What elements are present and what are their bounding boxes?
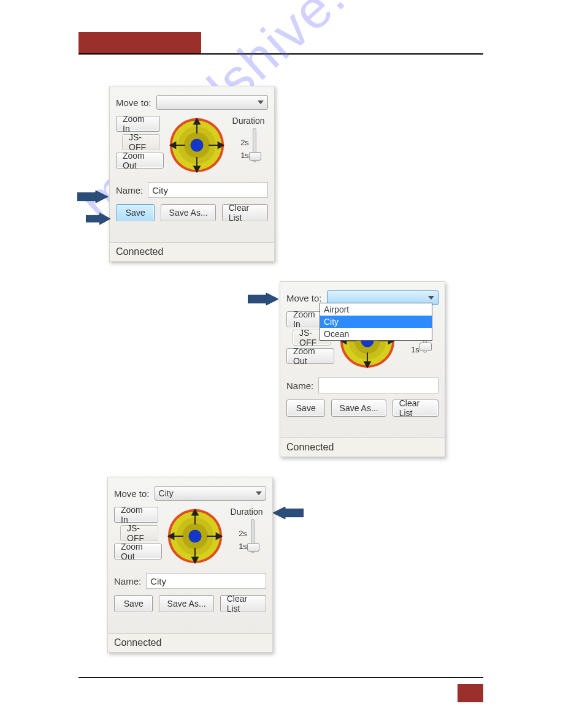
- indicator-arrow-icon: [273, 506, 304, 520]
- move-to-label: Move to:: [286, 293, 322, 303]
- dropdown-item-ocean[interactable]: Ocean: [320, 328, 432, 340]
- save-button[interactable]: Save: [286, 400, 325, 417]
- clear-list-button[interactable]: Clear List: [393, 400, 439, 417]
- svg-point-33: [188, 529, 201, 542]
- slider-thumb[interactable]: [249, 152, 261, 161]
- status-bar: Connected: [110, 242, 274, 261]
- duration-label: Duration: [232, 116, 265, 126]
- joystick-icon: [167, 116, 226, 175]
- tick-1s: 1s: [411, 345, 419, 354]
- header-rule: [79, 53, 483, 55]
- move-to-dropdown[interactable]: [156, 95, 268, 110]
- chevron-down-icon: [256, 491, 262, 495]
- zoom-in-button[interactable]: Zoom In: [114, 507, 158, 523]
- svg-point-4: [190, 138, 203, 151]
- dropdown-item-city[interactable]: City: [320, 316, 432, 328]
- name-label: Name:: [116, 185, 143, 195]
- joystick-control[interactable]: [167, 116, 226, 175]
- tick-1s: 1s: [239, 542, 247, 551]
- indicator-arrow-icon: [248, 292, 278, 306]
- footer-accent-bar: [458, 684, 483, 702]
- joystick-icon: [166, 507, 224, 566]
- move-to-dropdown-list[interactable]: Airport City Ocean: [320, 303, 432, 341]
- save-as-button[interactable]: Save As...: [159, 595, 213, 612]
- name-input[interactable]: City: [146, 573, 266, 589]
- chevron-down-icon: [258, 100, 264, 104]
- zoom-out-button[interactable]: Zoom Out: [286, 348, 334, 364]
- svg-marker-28: [248, 293, 278, 305]
- indicator-arrow-icon: [77, 190, 108, 203]
- status-bar: Connected: [108, 633, 272, 652]
- save-button[interactable]: Save: [116, 204, 155, 221]
- save-as-button[interactable]: Save As...: [161, 204, 215, 221]
- chevron-down-icon: [428, 296, 434, 300]
- duration-label: Duration: [231, 507, 263, 517]
- duration-slider[interactable]: [251, 519, 255, 553]
- svg-marker-13: [77, 191, 108, 203]
- zoom-out-button[interactable]: Zoom Out: [116, 153, 164, 169]
- footer-rule: [79, 677, 483, 678]
- save-button[interactable]: Save: [114, 595, 153, 612]
- js-off-button[interactable]: JS-OFF: [122, 134, 160, 150]
- move-to-value: City: [159, 488, 174, 498]
- clear-list-button[interactable]: Clear List: [222, 204, 268, 221]
- slider-thumb[interactable]: [419, 343, 432, 351]
- tick-1s: 1s: [240, 151, 249, 160]
- name-label: Name:: [114, 576, 141, 586]
- move-to-label: Move to:: [114, 488, 150, 499]
- name-input[interactable]: City: [148, 182, 268, 198]
- indicator-arrow-icon: [86, 212, 110, 226]
- joystick-control[interactable]: [166, 507, 224, 566]
- move-to-dropdown[interactable]: City: [155, 486, 266, 501]
- tick-2s: 2s: [239, 529, 247, 538]
- duration-slider[interactable]: [253, 128, 256, 162]
- move-to-label: Move to:: [116, 97, 151, 108]
- zoom-out-button[interactable]: Zoom Out: [114, 544, 162, 559]
- name-label: Name:: [286, 381, 313, 391]
- status-bar: Connected: [280, 438, 445, 457]
- zoom-in-button[interactable]: Zoom In: [116, 116, 160, 132]
- svg-marker-42: [273, 507, 304, 519]
- tick-2s: 2s: [240, 138, 249, 147]
- name-input[interactable]: [318, 377, 439, 393]
- clear-list-button[interactable]: Clear List: [220, 595, 266, 612]
- slider-thumb[interactable]: [247, 543, 259, 552]
- header-accent-bar: [79, 32, 201, 53]
- svg-marker-14: [86, 213, 110, 224]
- dropdown-item-airport[interactable]: Airport: [320, 303, 432, 316]
- js-off-button[interactable]: JS-OFF: [120, 525, 158, 541]
- save-as-button[interactable]: Save As...: [331, 400, 386, 417]
